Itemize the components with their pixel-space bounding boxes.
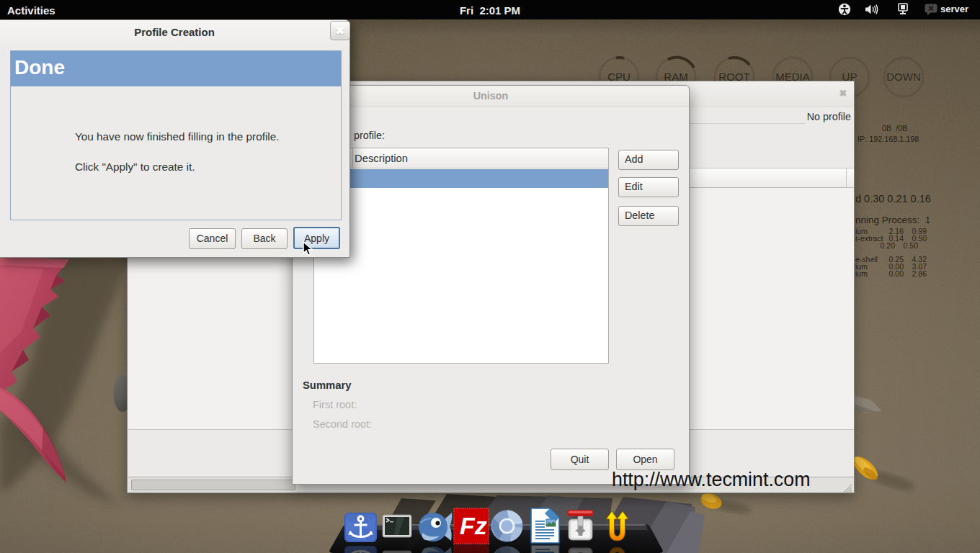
svg-text:Fz: Fz [460, 512, 487, 539]
